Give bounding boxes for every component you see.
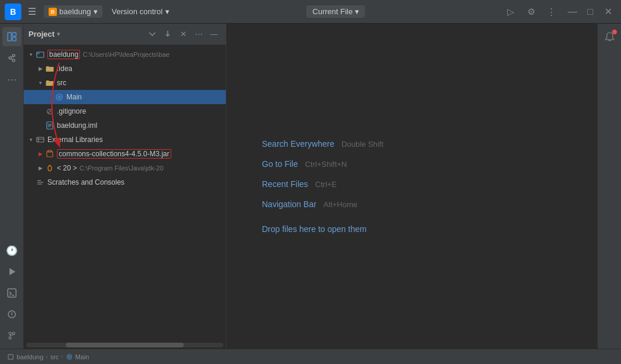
tree-item-jdk[interactable]: ▶ < 20 > C:\Program Files\Java\jdk-20 [24, 161, 226, 175]
minimize-button[interactable]: — [564, 4, 581, 20]
right-tool-rail [597, 24, 621, 349]
iml-icon [45, 121, 55, 130]
scratches-icon [36, 178, 45, 187]
hint-search-everywhere: Search Everywhere Double Shift [262, 139, 383, 149]
project-icon: B [49, 8, 57, 16]
project-tool-window-button[interactable] [2, 27, 21, 46]
tree-label: .idea [57, 65, 72, 73]
project-chevron-icon: ▾ [94, 7, 98, 16]
svg-rect-1 [12, 33, 16, 36]
tree-label: External Libraries [47, 136, 103, 144]
module-icon [36, 50, 45, 59]
editor-area: Search Everywhere Double Shift Go to Fil… [226, 24, 597, 349]
svg-line-6 [11, 56, 12, 57]
hint-shortcut: Alt+Home [324, 200, 357, 209]
tree-path: C:\Program Files\Java\jdk-20 [79, 165, 164, 172]
tree-arrow-icon: ▾ [36, 78, 45, 88]
tree-item-idea[interactable]: ▶ .idea [24, 62, 226, 76]
more-actions-button[interactable]: ⋮ [543, 4, 559, 20]
run-button[interactable]: ▷ [502, 4, 519, 20]
hamburger-menu[interactable]: ☰ [24, 4, 40, 20]
hint-label: Search Everywhere [262, 139, 334, 149]
notifications-button[interactable] [600, 27, 619, 46]
hint-shortcut: Ctrl+Shift+N [305, 160, 347, 169]
svg-point-36 [68, 356, 71, 358]
jdk-icon [45, 163, 55, 173]
drop-hint: Drop files here to open them [262, 224, 367, 234]
vcs-selector[interactable]: Version control ▾ [107, 5, 174, 18]
minimize-sidebar-button[interactable]: — [207, 27, 221, 41]
sidebar-header: Project ▾ ✕ ⋯ — [24, 24, 226, 45]
sidebar-title-chevron-icon[interactable]: ▾ [57, 31, 60, 37]
hint-recent-files: Recent Files Ctrl+E [262, 179, 337, 189]
svg-rect-9 [8, 289, 16, 297]
debug-button[interactable]: ⚙ [523, 4, 539, 20]
left-activity-bar: ⋯ 🕐 [0, 24, 24, 349]
tree-arrow-icon: ▶ [36, 149, 45, 159]
svg-point-13 [11, 315, 12, 317]
status-project[interactable]: baeldung [7, 353, 43, 360]
svg-point-15 [12, 332, 15, 334]
project-selector[interactable]: B baeldung ▾ [44, 5, 103, 18]
tree-arrow-icon [26, 178, 36, 187]
tree-label: src [57, 79, 66, 87]
git-button[interactable] [2, 326, 21, 345]
tree-arrow-icon [45, 92, 55, 102]
svg-line-7 [11, 59, 12, 60]
svg-point-5 [12, 59, 15, 62]
tree-item-src[interactable]: ▾ src [24, 76, 226, 90]
titlebar: B ☰ B baeldung ▾ Version control ▾ Curre… [0, 0, 621, 24]
status-src[interactable]: src [50, 353, 59, 360]
sidebar-title-text: Project [28, 30, 55, 38]
gear-sidebar-button[interactable]: ⋯ [191, 27, 206, 41]
terminal-button[interactable] [2, 284, 21, 302]
maximize-button[interactable]: □ [582, 4, 598, 20]
hint-navigation-bar: Navigation Bar Alt+Home [262, 199, 357, 209]
tree-item-baeldung[interactable]: ▾ baeldung C:\Users\HP\IdeaProjects\bae [24, 47, 226, 62]
hint-shortcut: Ctrl+E [315, 180, 337, 189]
svg-marker-8 [9, 268, 15, 275]
svg-rect-0 [8, 33, 11, 41]
status-bar: baeldung › src › Main [0, 349, 621, 364]
project-name: baeldung [59, 7, 91, 16]
svg-rect-27 [37, 137, 44, 142]
close-button[interactable]: ✕ [600, 4, 616, 20]
window-controls: — □ ✕ [564, 4, 616, 20]
tree-item-gitignore[interactable]: ⊘ .gitignore [24, 104, 226, 118]
breadcrumb-src: src [50, 353, 59, 360]
vcs-label: Version control [112, 7, 163, 16]
recent-files-button[interactable]: 🕐 [2, 241, 21, 260]
project-sidebar: Project ▾ ✕ ⋯ — [24, 24, 226, 349]
scroll-to-button[interactable] [161, 27, 175, 41]
tree-label: Main [66, 93, 82, 101]
tree-arrow-icon [36, 121, 45, 130]
file-tree-wrapper: ▾ baeldung C:\Users\HP\IdeaProjects\bae … [24, 45, 226, 349]
svg-point-3 [9, 57, 11, 59]
tree-item-iml[interactable]: baeldung.iml [24, 118, 226, 133]
tree-item-main[interactable]: Main [24, 90, 226, 104]
close-sidebar-button[interactable]: ✕ [176, 27, 190, 41]
tree-item-commons-jar[interactable]: ▶ commons-collections4-4.5.0-M3.jar [24, 147, 226, 161]
sidebar-toolbar: ✕ ⋯ — [145, 27, 221, 41]
toolbar-actions: ▷ ⚙ ⋮ [502, 4, 559, 20]
tree-item-ext-libs[interactable]: ▾ External Libraries [24, 133, 226, 147]
hint-label: Navigation Bar [262, 199, 316, 209]
run-tool-button[interactable] [2, 262, 21, 281]
current-file-selector[interactable]: Current File ▾ [306, 5, 365, 18]
tree-item-scratches[interactable]: Scratches and Consoles [24, 175, 226, 189]
svg-point-4 [12, 54, 15, 57]
tree-arrow-icon: ▾ [26, 135, 36, 144]
tree-arrow-icon: ▾ [26, 50, 36, 59]
status-main[interactable]: Main [66, 353, 89, 360]
svg-point-14 [9, 332, 11, 334]
bookmarks-button[interactable] [2, 49, 21, 67]
jar-icon [45, 149, 55, 159]
breadcrumb-separator-1: › [46, 353, 47, 360]
current-file-label: Current File [312, 7, 353, 16]
collapse-all-button[interactable] [145, 27, 159, 41]
more-tools-button[interactable]: ⋯ [2, 70, 21, 89]
svg-rect-20 [37, 52, 40, 54]
problems-button[interactable] [2, 305, 21, 324]
tree-label: baeldung [47, 50, 80, 59]
hint-label: Go to File [262, 159, 298, 169]
